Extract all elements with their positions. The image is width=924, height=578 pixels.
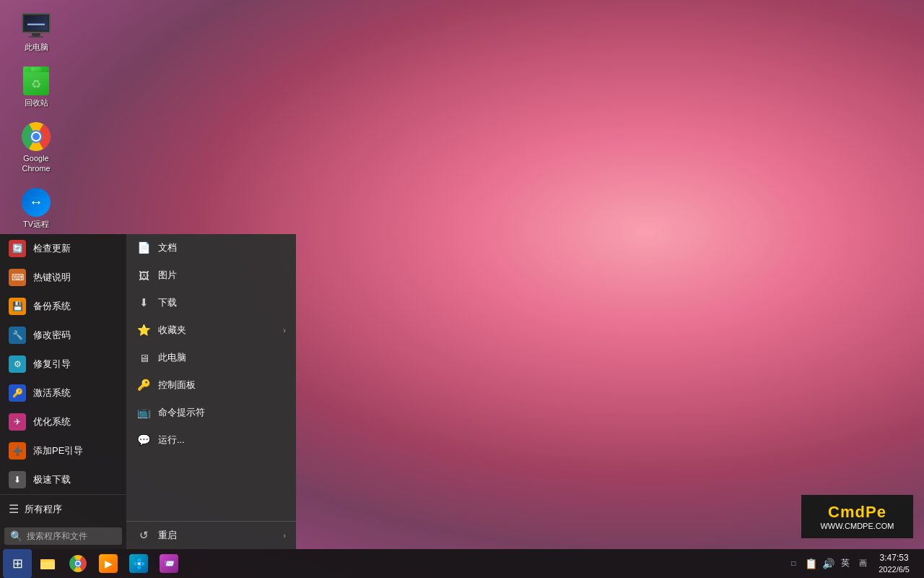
svg-point-10 [76, 561, 79, 565]
restart-chevron-icon: › [283, 531, 286, 540]
cmdpe-watermark: CmdPe WWW.CMDPE.COM [801, 495, 913, 538]
desktop-icon-label: 回收站 [25, 98, 48, 108]
quick-item-run[interactable]: 💬 运行... [126, 426, 296, 454]
control-panel-icon: 🔑 [136, 378, 151, 392]
app-list: 🔄 检查更新 ⌨ 热键说明 💾 备份系统 🔧 修改密码 ⚙ 修 [0, 234, 126, 494]
optimize-system-icon: ✈ [9, 413, 26, 431]
svg-rect-5 [40, 561, 55, 569]
quick-item-my-computer[interactable]: 🖥 此电脑 [126, 344, 296, 371]
menu-item-check-update[interactable]: 🔄 检查更新 [0, 234, 126, 263]
app3-icon: ▶ [99, 554, 118, 573]
chevron-right-icon: › [283, 326, 286, 335]
cmdpe-url: WWW.CMDPE.COM [820, 522, 894, 530]
all-programs-label: 所有程序 [25, 503, 62, 516]
svg-rect-6 [40, 559, 47, 562]
clock-time: 3:47:53 [879, 553, 910, 564]
favorites-icon: ⭐ [136, 323, 151, 337]
my-computer-icon: 🖥 [136, 350, 151, 365]
speed-download-icon: ⬇ [9, 471, 26, 488]
windows-icon: ⊞ [12, 556, 23, 571]
menu-item-label: 激活系统 [33, 387, 71, 400]
start-menu-left-panel: 🔄 检查更新 ⌨ 热键说明 💾 备份系统 🔧 修改密码 ⚙ 修 [0, 234, 126, 549]
desktop-icon-chrome[interactable]: GoogleChrome [7, 118, 65, 176]
tray-volume-icon[interactable]: 🔊 [821, 556, 835, 571]
menu-item-label: 修改密码 [33, 329, 71, 342]
tray-language-icon[interactable]: 英 [838, 556, 853, 571]
menu-item-label: 热键说明 [33, 271, 71, 284]
quick-item-label: 命令提示符 [158, 406, 205, 419]
menu-item-change-password[interactable]: 🔧 修改密码 [0, 321, 126, 350]
desktop-icon-tv-remote[interactable]: ↔ TV远程 [7, 184, 65, 233]
taskbar-app4[interactable]: 💠 [124, 549, 153, 578]
menu-item-optimize-system[interactable]: ✈ 优化系统 [0, 407, 126, 436]
quick-item-label: 控制面板 [158, 379, 196, 392]
hotkey-tips-icon: ⌨ [9, 269, 26, 286]
system-tray: □ 📋 🔊 英 画 3:47:53 2022/6/5 [780, 553, 921, 574]
quick-item-label: 图片 [158, 269, 177, 282]
search-input[interactable] [27, 531, 106, 541]
clock-date: 2022/6/5 [879, 564, 910, 574]
start-menu-right-panel: 📄 文档 🖼 图片 ⬇ 下载 ⭐ 收藏夹 › 🖥 此电脑 🔑 [126, 234, 296, 549]
search-icon: 🔍 [10, 530, 22, 542]
quick-item-pictures[interactable]: 🖼 图片 [126, 262, 296, 289]
menu-item-label: 添加PE引导 [33, 444, 83, 457]
documents-icon: 📄 [136, 241, 151, 255]
menu-item-label: 极速下载 [33, 473, 71, 486]
downloads-icon: ⬇ [136, 296, 151, 310]
desktop-icon-label: GoogleChrome [22, 154, 50, 173]
quick-item-label: 运行... [158, 434, 185, 447]
run-icon: 💬 [136, 433, 151, 447]
taskbar: ⊞ [0, 549, 924, 578]
desktop-icon-label: TV远程 [23, 220, 49, 229]
quick-item-downloads[interactable]: ⬇ 下载 [126, 289, 296, 316]
tray-copy-icon[interactable]: 📋 [803, 556, 818, 571]
quick-item-label: 收藏夹 [158, 324, 186, 337]
system-clock[interactable]: 3:47:53 2022/6/5 [873, 553, 915, 574]
quick-item-cmd[interactable]: 📺 命令提示符 [126, 399, 296, 426]
taskbar-chrome[interactable] [64, 549, 92, 578]
desktop: ▬▬▬ 此电脑 ♻ 回收站 [0, 0, 924, 578]
menu-item-hotkey-tips[interactable]: ⌨ 热键说明 [0, 263, 126, 292]
menu-item-backup-system[interactable]: 💾 备份系统 [0, 292, 126, 321]
taskbar-app5[interactable]: 📨 [154, 549, 183, 578]
taskbar-app3[interactable]: ▶ [94, 549, 123, 578]
quick-item-label: 文档 [158, 241, 177, 254]
tray-overflow-icon[interactable]: □ [786, 556, 801, 571]
search-bar[interactable]: 🔍 [4, 527, 122, 545]
app4-icon: 💠 [129, 554, 148, 573]
svg-point-3 [32, 133, 40, 140]
left-panel-bottom: ☰ 所有程序 🔍 [0, 494, 126, 549]
taskbar-file-explorer[interactable] [33, 549, 62, 578]
quick-item-documents[interactable]: 📄 文档 [126, 234, 296, 262]
start-button[interactable]: ⊞ [3, 549, 32, 578]
pictures-icon: 🖼 [136, 268, 151, 282]
menu-item-add-pe-boot[interactable]: ➕ 添加PE引导 [0, 436, 126, 465]
desktop-icon-recycle-bin[interactable]: ♻ 回收站 [7, 63, 65, 111]
activate-system-icon: 🔑 [9, 384, 26, 402]
change-password-icon: 🔧 [9, 327, 26, 344]
menu-item-label: 检查更新 [33, 242, 71, 255]
repair-boot-icon: ⚙ [9, 355, 26, 373]
backup-system-icon: 💾 [9, 298, 26, 315]
quick-item-label: 下载 [158, 296, 177, 309]
menu-item-label: 备份系统 [33, 300, 71, 313]
menu-item-activate-system[interactable]: 🔑 激活系统 [0, 379, 126, 407]
quick-item-restart[interactable]: ↺ 重启 › [126, 522, 296, 549]
quick-item-label: 此电脑 [158, 351, 186, 364]
menu-item-speed-download[interactable]: ⬇ 极速下载 [0, 465, 126, 494]
app5-icon: 📨 [160, 554, 178, 573]
restart-icon: ↺ [136, 528, 151, 543]
start-menu: 🔄 检查更新 ⌨ 热键说明 💾 备份系统 🔧 修改密码 ⚙ 修 [0, 234, 296, 549]
desktop-icon-my-computer[interactable]: ▬▬▬ 此电脑 [7, 7, 65, 56]
tray-input-icon[interactable]: 画 [855, 556, 870, 571]
quick-item-favorites[interactable]: ⭐ 收藏夹 › [126, 316, 296, 344]
quick-item-control-panel[interactable]: 🔑 控制面板 [126, 371, 296, 399]
all-programs-button[interactable]: ☰ 所有程序 [0, 495, 126, 523]
menu-item-repair-boot[interactable]: ⚙ 修复引导 [0, 350, 126, 379]
cmdpe-brand: CmdPe [828, 503, 886, 522]
add-pe-boot-icon: ➕ [9, 442, 26, 460]
desktop-icon-label: 此电脑 [25, 43, 48, 52]
desktop-icon-area: ▬▬▬ 此电脑 ♻ 回收站 [7, 7, 65, 233]
menu-item-label: 优化系统 [33, 415, 71, 428]
menu-item-label: 修复引导 [33, 358, 71, 371]
